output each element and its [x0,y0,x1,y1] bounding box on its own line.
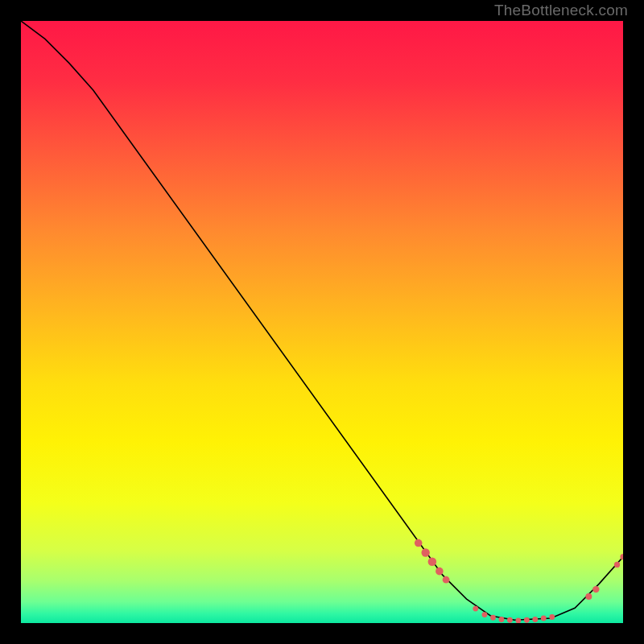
data-dot [524,617,530,623]
data-dot [614,562,620,568]
data-dot [415,539,423,547]
data-dot [549,614,555,620]
data-dot [482,612,488,617]
data-dot [421,548,429,556]
gradient-background [21,21,623,623]
attribution-text: TheBottleneck.com [494,2,628,19]
data-dot [443,576,450,584]
data-dot [428,557,437,566]
bottleneck-chart [21,21,623,623]
data-dot [499,617,505,622]
data-dot [507,617,513,623]
data-dot [532,617,538,622]
data-dot [473,606,478,612]
data-dot [490,615,496,621]
data-dot [436,568,444,576]
data-dot [585,593,592,600]
data-dot [592,586,599,592]
data-dot [541,616,547,621]
